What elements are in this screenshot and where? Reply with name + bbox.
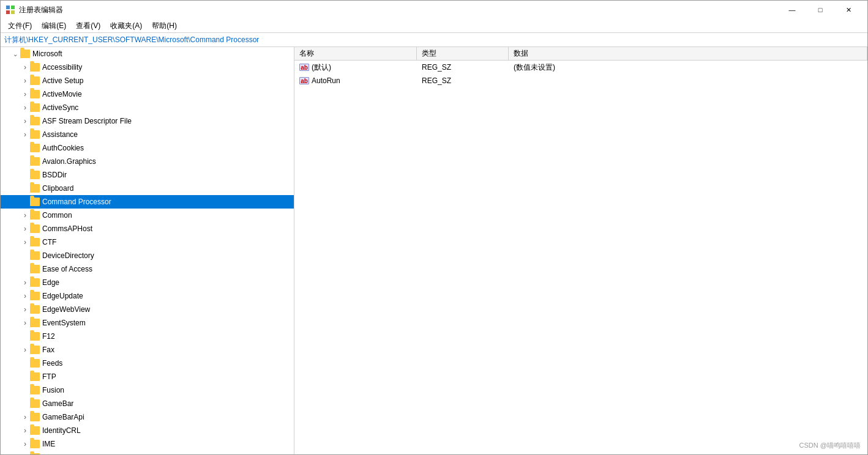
tree-label-eventsystem: EventSystem [42,319,86,327]
folder-icon-fusion [30,386,40,394]
tree-item-fax[interactable]: Fax [1,343,294,357]
tree-item-activemovie[interactable]: ActiveMovie [1,87,294,101]
tree-item-authcookies[interactable]: AuthCookies [1,141,294,155]
tree-item-ime[interactable]: IME [1,437,294,451]
folder-icon-fax [30,346,40,354]
menu-favorites[interactable]: 收藏夹(A) [105,20,147,32]
tree-item-clipboard[interactable]: Clipboard [1,182,294,195]
col-header-data[interactable]: 数据 [509,47,867,60]
window-controls: — □ ✕ [778,1,862,19]
tree-item-common[interactable]: Common [1,209,294,222]
tree-item-identitycrl[interactable]: IdentityCRL [1,424,294,437]
expand-icon-clipboard [20,183,30,193]
expand-icon-imemip[interactable] [20,453,30,454]
tree-label-asf-stream: ASF Stream Descriptor File [42,117,132,125]
expand-icon-commsaphost[interactable] [20,224,30,234]
expand-icon-eventsystem[interactable] [20,318,30,328]
folder-icon-asf-stream [30,117,40,125]
expand-icon-identitycrl[interactable] [20,426,30,435]
tree-label-edge: Edge [42,278,59,287]
folder-icon-edgewebview [30,305,40,314]
tree-label-fax: Fax [42,346,54,354]
folder-icon-ime [30,440,40,448]
expand-icon-devicedirectory [20,251,30,261]
expand-icon-activesync[interactable] [20,103,30,113]
window-title: 注册表编辑器 [19,5,63,15]
folder-icon-authcookies [30,144,40,152]
minimize-button[interactable]: — [778,1,806,19]
expand-icon-edge[interactable] [20,278,30,287]
reg-sz-icon-autorun: ab [299,77,309,84]
expand-icon-gamebarapi[interactable] [20,412,30,422]
tree-item-active-setup[interactable]: Active Setup [1,74,294,87]
expand-icon-activemovie[interactable] [20,89,30,99]
tree-item-ctf[interactable]: CTF [1,235,294,249]
expand-icon-fusion [20,385,30,395]
expand-icon-edgeupdate[interactable] [20,291,30,301]
tree-label-accessibility: Accessibility [42,63,82,72]
menu-view[interactable]: 查看(V) [71,20,105,32]
expand-icon-fax[interactable] [20,345,30,355]
folder-icon-bsddir [30,171,40,179]
tree-item-assistance[interactable]: Assistance [1,128,294,141]
expand-icon-edgewebview[interactable] [20,305,30,314]
col-header-type[interactable]: 类型 [417,47,509,60]
tree-item-asf-stream[interactable]: ASF Stream Descriptor File [1,114,294,128]
expand-icon-assistance[interactable] [20,130,30,139]
tree-item-gamebar[interactable]: GameBar [1,397,294,410]
tree-item-devicedirectory[interactable]: DeviceDirectory [1,249,294,262]
expand-icon-microsoft[interactable] [10,49,20,59]
expand-icon-ime[interactable] [20,439,30,449]
tree-label-imemip: IMEMIP [42,453,69,454]
tree-panel[interactable]: Microsoft Accessibility Active Setup Act… [1,47,294,454]
folder-icon-activesync [30,103,40,112]
watermark: CSDN @喵鸣嘻嘻嘻 [799,441,861,450]
title-bar-left: 注册表编辑器 [6,5,63,15]
tree-item-bsddir[interactable]: BSDDir [1,168,294,182]
maximize-button[interactable]: □ [806,1,834,19]
tree-label-authcookies: AuthCookies [42,144,84,152]
tree-item-ftp[interactable]: FTP [1,370,294,383]
tree-item-eventsystem[interactable]: EventSystem [1,316,294,330]
tree-item-edgewebview[interactable]: EdgeWebView [1,303,294,316]
folder-icon-commsaphost [30,224,40,233]
tree-item-avalon-graphics[interactable]: Avalon.Graphics [1,155,294,168]
reg-row-default[interactable]: ab (默认) REG_SZ (数值未设置) [294,61,867,74]
tree-label-activemovie: ActiveMovie [42,90,82,98]
expand-icon-asf-stream[interactable] [20,116,30,126]
tree-item-gamebarapi[interactable]: GameBarApi [1,410,294,424]
expand-icon-common[interactable] [20,210,30,220]
expand-icon-accessibility[interactable] [20,62,30,72]
tree-item-commsaphost[interactable]: CommsAPHost [1,222,294,235]
folder-icon-accessibility [30,63,40,72]
tree-label-ease-of-access: Ease of Access [42,265,92,273]
expand-icon-active-setup[interactable] [20,76,30,86]
expand-icon-ctf[interactable] [20,237,30,247]
tree-item-ease-of-access[interactable]: Ease of Access [1,262,294,276]
menu-bar: 文件(F) 编辑(E) 查看(V) 收藏夹(A) 帮助(H) [1,19,867,32]
tree-item-f12[interactable]: F12 [1,330,294,343]
tree-item-imemip[interactable]: IMEMIP [1,451,294,454]
close-button[interactable]: ✕ [834,1,862,19]
tree-item-accessibility[interactable]: Accessibility [1,61,294,74]
tree-item-command-processor[interactable]: Command Processor [1,195,294,209]
tree-item-fusion[interactable]: Fusion [1,383,294,397]
tree-item-edgeupdate[interactable]: EdgeUpdate [1,289,294,303]
menu-edit[interactable]: 编辑(E) [37,20,71,32]
menu-help[interactable]: 帮助(H) [147,20,182,32]
expand-icon-bsddir [20,170,30,180]
tree-item-edge[interactable]: Edge [1,276,294,289]
folder-icon-gamebarapi [30,413,40,421]
tree-item-microsoft[interactable]: Microsoft [1,47,294,61]
menu-file[interactable]: 文件(F) [3,20,37,32]
reg-name-autorun: AutoRun [312,76,340,85]
reg-row-autorun[interactable]: ab AutoRun REG_SZ [294,74,867,87]
col-header-name[interactable]: 名称 [294,47,417,60]
folder-icon-clipboard [30,184,40,193]
address-path: 计算机\HKEY_CURRENT_USER\SOFTWARE\Microsoft… [4,35,259,45]
folder-icon-microsoft [20,50,30,58]
reg-cell-name-default: ab (默认) [294,61,417,74]
tree-item-activesync[interactable]: ActiveSync [1,101,294,114]
tree-item-feeds[interactable]: Feeds [1,357,294,370]
tree-label-gamebarapi: GameBarApi [42,413,84,421]
